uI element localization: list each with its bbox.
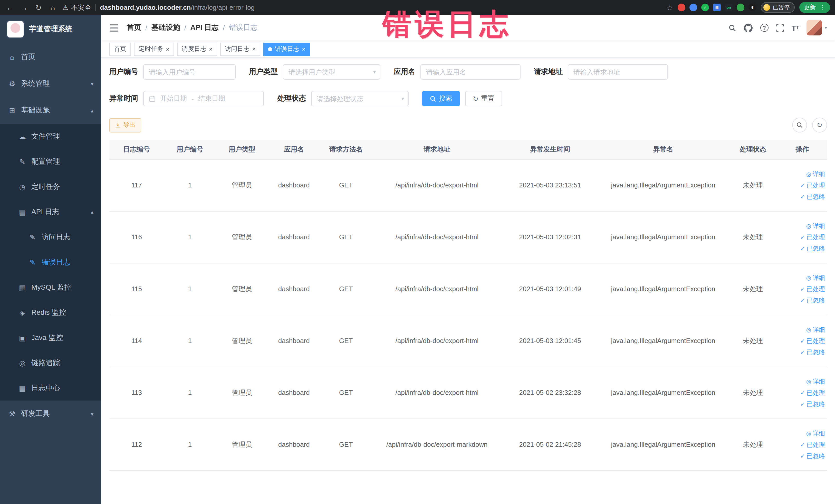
search-button[interactable]: 搜索 — [422, 91, 460, 106]
tab-job[interactable]: 定时任务× — [134, 42, 174, 56]
action-label: 已处理 — [807, 231, 825, 243]
detail-link[interactable]: ◎详细 — [780, 220, 825, 231]
extension-blue-drop-icon[interactable] — [690, 4, 697, 11]
sidebar-item-mysql[interactable]: ▦MySQL 监控 — [0, 275, 101, 300]
processed-link[interactable]: ✓已处理 — [780, 180, 825, 191]
user-avatar-menu[interactable]: ▾ — [807, 20, 827, 36]
browser-home-icon[interactable]: ⌂ — [48, 3, 58, 12]
filter-label: 用户编号 — [109, 67, 138, 77]
extension-leaf-icon[interactable] — [737, 4, 745, 11]
sidebar-toggle-icon[interactable] — [109, 24, 119, 32]
address-bar[interactable]: ⚠ 不安全 dashboard.yudao.iocoder.cn/infra/l… — [63, 3, 661, 12]
font-size-icon[interactable]: TT — [792, 23, 799, 32]
help-icon[interactable]: ? — [760, 24, 769, 32]
sidebar-item-config[interactable]: ✎配置管理 — [0, 149, 101, 174]
sidebar-item-access-log[interactable]: ✎访问日志 — [0, 224, 101, 249]
processed-link[interactable]: ✓已处理 — [780, 387, 825, 398]
ignored-link[interactable]: ✓已忽略 — [780, 295, 825, 306]
detail-link[interactable]: ◎详细 — [780, 376, 825, 387]
reset-button[interactable]: ↻ 重置 — [465, 91, 502, 106]
sidebar-item-file[interactable]: ☁文件管理 — [0, 124, 101, 149]
security-indicator[interactable]: ⚠ 不安全 — [63, 3, 91, 12]
processed-link[interactable]: ✓已处理 — [780, 231, 825, 243]
sidebar-item-java[interactable]: ▣Java 监控 — [0, 325, 101, 350]
process-status-select-input[interactable] — [311, 91, 409, 106]
download-icon — [115, 122, 121, 128]
sidebar-item-home[interactable]: ⌂首页 — [0, 44, 101, 70]
toggle-search-button[interactable] — [792, 118, 807, 133]
github-icon[interactable] — [744, 23, 753, 32]
close-icon[interactable]: × — [209, 46, 212, 52]
tab-access-log[interactable]: 访问日志× — [220, 42, 260, 56]
refresh-table-button[interactable]: ↻ — [812, 118, 827, 133]
check-icon: ✓ — [800, 243, 805, 254]
tab-job-log[interactable]: 调度日志× — [177, 42, 217, 56]
back-icon[interactable]: ← — [5, 3, 14, 12]
processed-link[interactable]: ✓已处理 — [780, 335, 825, 346]
close-icon[interactable]: × — [252, 46, 256, 52]
ignored-link[interactable]: ✓已忽略 — [780, 398, 825, 409]
table-body: 1171管理员dashboardGET/api/infra/db-doc/exp… — [109, 159, 827, 470]
bookmark-star-icon[interactable]: ☆ — [667, 3, 673, 12]
ignored-link[interactable]: ✓已忽略 — [780, 191, 825, 202]
close-icon[interactable]: × — [166, 46, 169, 52]
process-status-select[interactable]: ▾ — [311, 91, 409, 106]
request-url-input[interactable] — [568, 64, 668, 80]
reload-icon[interactable]: ↻ — [34, 3, 43, 12]
tab-label: 错误日志 — [274, 45, 299, 54]
doc-edit-icon: ✎ — [28, 258, 37, 266]
sidebar-item-dev-tools[interactable]: ⚒研发工具▾ — [0, 401, 101, 427]
breadcrumb-item[interactable]: API 日志 — [190, 23, 219, 32]
sidebar-item-infra[interactable]: ⊞基础设施▴ — [0, 97, 101, 124]
detail-link[interactable]: ◎详细 — [780, 427, 825, 439]
sidebar-item-system[interactable]: ⚙系统管理▾ — [0, 70, 101, 97]
browser-update-button[interactable]: 更新 ⋮ — [799, 2, 830, 13]
app-logo[interactable]: 芋道管理系统 — [0, 15, 101, 44]
tab-error-log[interactable]: 错误日志× — [263, 42, 310, 56]
export-button[interactable]: 导出 — [109, 118, 141, 132]
cell-exception: java.lang.IllegalArgumentException — [598, 315, 728, 367]
chevron-down-icon: ▾ — [402, 96, 404, 101]
kebab-menu-icon: ⋮ — [819, 4, 826, 11]
sidebar-item-trace[interactable]: ◎链路追踪 — [0, 350, 101, 375]
sidebar-item-label: 日志中心 — [31, 383, 60, 392]
ignored-link[interactable]: ✓已忽略 — [780, 450, 825, 461]
processed-link[interactable]: ✓已处理 — [780, 283, 825, 295]
sidebar-item-log-center[interactable]: ▤日志中心 — [0, 375, 101, 401]
breadcrumb-item[interactable]: 首页 — [127, 23, 141, 32]
breadcrumb-item[interactable]: 基础设施 — [151, 23, 180, 32]
paused-badge[interactable]: 已暂停 — [761, 2, 795, 13]
detail-link[interactable]: ◎详细 — [780, 168, 825, 180]
calendar-icon — [149, 95, 156, 102]
processed-link[interactable]: ✓已处理 — [780, 439, 825, 450]
ignored-link[interactable]: ✓已忽略 — [780, 243, 825, 254]
cell-actions: ◎详细✓已处理✓已忽略 — [777, 263, 827, 315]
extension-blue-grid-icon[interactable]: ▦ — [713, 4, 721, 11]
cell-id: 114 — [109, 315, 164, 367]
fullscreen-icon[interactable] — [776, 24, 784, 32]
action-label: 详细 — [813, 168, 825, 180]
sidebar-menu: ⌂首页⚙系统管理▾⊞基础设施▴☁文件管理✎配置管理◷定时任务▤API 日志▴✎访… — [0, 44, 101, 427]
user-id-input[interactable] — [143, 64, 236, 80]
ignored-link[interactable]: ✓已忽略 — [780, 346, 825, 358]
extension-green-check-icon[interactable]: ✓ — [701, 4, 709, 11]
user-type-select-input[interactable] — [283, 64, 381, 80]
detail-link[interactable]: ◎详细 — [780, 324, 825, 335]
forward-icon[interactable]: → — [20, 3, 29, 12]
close-icon[interactable]: × — [302, 46, 305, 52]
exception-time-range-picker[interactable]: 开始日期 - 结束日期 — [143, 91, 264, 106]
app-name-input[interactable] — [421, 64, 521, 80]
extension-red-circle-icon[interactable] — [678, 4, 685, 11]
user-type-select[interactable]: ▾ — [283, 64, 381, 80]
sidebar-item-api-log[interactable]: ▤API 日志▴ — [0, 199, 101, 224]
detail-link[interactable]: ◎详细 — [780, 272, 825, 283]
sidebar-item-redis[interactable]: ◈Redis 监控 — [0, 300, 101, 325]
sidebar-item-error-log[interactable]: ✎错误日志 — [0, 249, 101, 275]
search-icon[interactable] — [729, 24, 736, 32]
extension-on-badge-icon[interactable]: on — [725, 4, 733, 11]
extension-paw-icon[interactable]: ✱ — [749, 4, 756, 11]
filter-user-type: 用户类型 ▾ — [249, 64, 381, 80]
tab-home[interactable]: 首页 — [109, 42, 131, 56]
breadcrumb-separator: / — [145, 24, 147, 32]
sidebar-item-job[interactable]: ◷定时任务 — [0, 174, 101, 199]
